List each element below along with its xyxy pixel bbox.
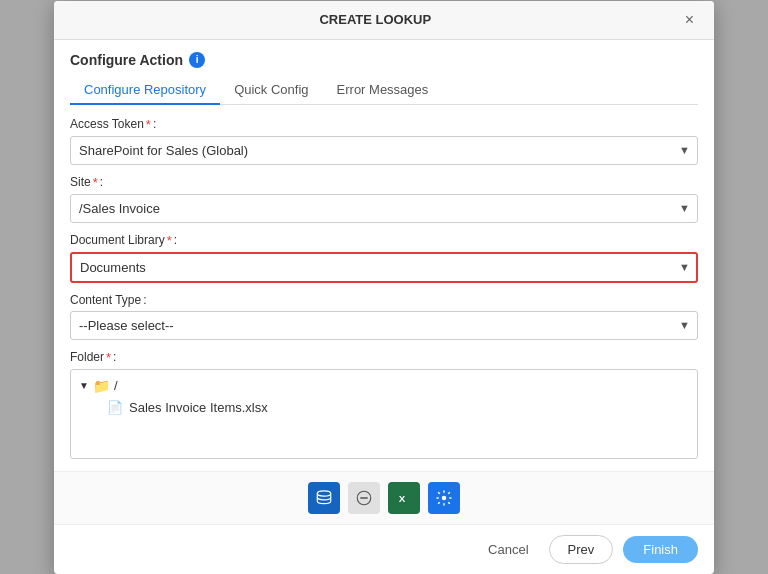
tab-error-messages[interactable]: Error Messages: [323, 76, 443, 105]
doc-lib-required: *: [167, 233, 172, 248]
site-field-group: Site*: /Sales Invoice ▼: [70, 175, 698, 223]
close-button[interactable]: ×: [681, 11, 698, 29]
folder-section: Folder*: ▼ 📁 / 📄 Sales Invoice Items.xls…: [70, 350, 698, 459]
info-icon[interactable]: i: [189, 52, 205, 68]
toolbar-db-button[interactable]: [308, 482, 340, 514]
modal: CREATE LOOKUP × Configure Action i Confi…: [54, 1, 714, 574]
prev-button[interactable]: Prev: [549, 535, 614, 564]
content-type-select[interactable]: --Please select--: [70, 311, 698, 340]
access-token-wrapper: SharePoint for Sales (Global) ▼: [70, 136, 698, 165]
file-icon: 📄: [107, 400, 123, 415]
site-wrapper: /Sales Invoice ▼: [70, 194, 698, 223]
folder-label: Folder*:: [70, 350, 698, 365]
toolbar-settings-button[interactable]: [428, 482, 460, 514]
section-title-row: Configure Action i: [70, 52, 698, 68]
document-library-select[interactable]: Documents: [70, 252, 698, 283]
folder-box: ▼ 📁 / 📄 Sales Invoice Items.xlsx: [70, 369, 698, 459]
configure-action-label: Configure Action: [70, 52, 183, 68]
folder-root-name: /: [114, 378, 118, 393]
site-label: Site*:: [70, 175, 698, 190]
toolbar-excel-button[interactable]: X: [388, 482, 420, 514]
folder-required: *: [106, 350, 111, 365]
modal-overlay: CREATE LOOKUP × Configure Action i Confi…: [0, 0, 768, 574]
document-library-wrapper: Documents ▼: [70, 252, 698, 283]
folder-root-row[interactable]: ▼ 📁 /: [79, 378, 689, 394]
content-type-label: Content Type:: [70, 293, 698, 307]
access-token-select[interactable]: SharePoint for Sales (Global): [70, 136, 698, 165]
access-token-label: Access Token*:: [70, 117, 698, 132]
site-select[interactable]: /Sales Invoice: [70, 194, 698, 223]
modal-footer: Cancel Prev Finish: [54, 524, 714, 574]
content-type-wrapper: --Please select-- ▼: [70, 311, 698, 340]
svg-text:X: X: [399, 492, 406, 503]
access-token-required: *: [146, 117, 151, 132]
toolbar-minus-button[interactable]: [348, 482, 380, 514]
svg-point-5: [442, 495, 447, 500]
modal-toolbar: X: [54, 471, 714, 524]
folder-toggle-icon[interactable]: ▼: [79, 380, 89, 391]
site-required: *: [93, 175, 98, 190]
tab-bar: Configure Repository Quick Config Error …: [70, 76, 698, 105]
file-item[interactable]: 📄 Sales Invoice Items.xlsx: [79, 400, 689, 415]
tab-configure-repository[interactable]: Configure Repository: [70, 76, 220, 105]
finish-button[interactable]: Finish: [623, 536, 698, 563]
folder-icon: 📁: [93, 378, 110, 394]
modal-header: CREATE LOOKUP ×: [54, 1, 714, 40]
cancel-button[interactable]: Cancel: [478, 536, 538, 563]
modal-body: Configure Action i Configure Repository …: [54, 40, 714, 471]
access-token-field-group: Access Token*: SharePoint for Sales (Glo…: [70, 117, 698, 165]
svg-point-0: [317, 490, 331, 495]
tab-quick-config[interactable]: Quick Config: [220, 76, 322, 105]
content-type-field-group: Content Type: --Please select-- ▼: [70, 293, 698, 340]
modal-title: CREATE LOOKUP: [70, 12, 681, 27]
file-name: Sales Invoice Items.xlsx: [129, 400, 268, 415]
document-library-label: Document Library*:: [70, 233, 698, 248]
document-library-field-group: Document Library*: Documents ▼: [70, 233, 698, 283]
